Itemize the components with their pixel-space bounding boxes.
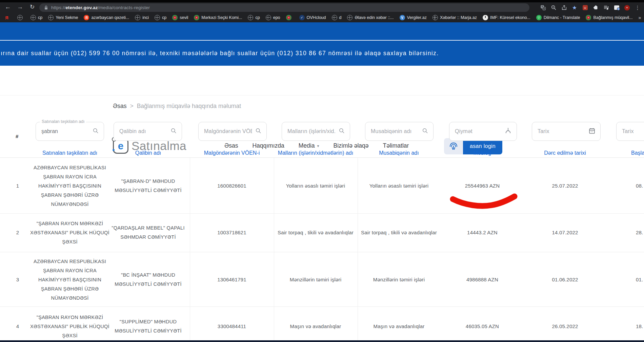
cell-goods: Yolların əsaslı təmiri işləri	[275, 182, 356, 190]
col-header-org: Satınalan təşkilatın adı	[42, 150, 97, 156]
col-header-voen: Malgöndərənin VÖEN-i	[204, 150, 260, 156]
filter-voen-input[interactable]: Malgöndərənin VÖE...	[198, 122, 267, 141]
menu-icon[interactable]: ⋮	[635, 5, 641, 11]
breadcrumb-home[interactable]: Əsas	[113, 103, 126, 110]
breadcrumb: Əsas > Bağlanmış müqavilə haqqında məlum…	[113, 103, 241, 110]
filter-winner-input[interactable]: Qalibin adı	[114, 122, 182, 141]
bookmark-item[interactable]: Yeni Sekme	[48, 15, 78, 20]
bookmark-item[interactable]: d	[332, 15, 342, 20]
cell-start: 28.	[636, 229, 643, 237]
search-icon	[92, 127, 99, 135]
bookmark-item[interactable]: Bağlanmış müqavil...	[586, 15, 632, 20]
address-bar[interactable]: https://etender.gov.az/media/contracts-r…	[39, 3, 529, 12]
cell-winner: "ŞABRAN-D" MƏHDUD MƏSULİYYƏTLİ CƏMİYYƏTİ	[106, 177, 190, 195]
cell-amount: 25544963 AZN	[465, 182, 500, 190]
tab-strip	[0, 0, 644, 2]
site-top-banner: ırına dair suallar üçün (012) 599 76 00 …	[0, 22, 644, 66]
extensions-puzzle-icon[interactable]	[592, 5, 599, 11]
cell-goods: Maşın və avadanlıqlar	[275, 322, 356, 330]
bookmark-item[interactable]: inci	[135, 15, 149, 20]
share-icon[interactable]	[561, 5, 567, 11]
cell-voen: 1003718621	[217, 229, 246, 237]
yandex-badge-icon: Я	[84, 15, 89, 20]
globe-icon	[347, 15, 353, 20]
contact-notice: ırına dair suallar üçün (012) 599 76 00 …	[1, 50, 439, 57]
cell-voen: 3300484411	[218, 322, 246, 330]
bookmark-item[interactable]: Mərkəzi Seçki Komi...	[194, 15, 242, 20]
ovh-icon: ✓	[299, 15, 305, 20]
lock-icon	[44, 5, 48, 10]
globe-icon	[266, 15, 271, 20]
filter-date-from-input[interactable]: Tarix	[532, 122, 601, 141]
nav-haqqimizda[interactable]: Haqqımızda	[252, 142, 284, 149]
cell-start: 01.	[636, 276, 643, 284]
bookmark-item[interactable]: Яazərbaycan qəzeti...	[84, 15, 129, 20]
globe-icon	[135, 15, 140, 20]
bookmarks-overflow-icon[interactable]: »	[639, 15, 641, 20]
extension-adguard-icon[interactable]: ∪	[582, 5, 588, 11]
nav-media[interactable]: Media▾	[299, 142, 319, 149]
translate-icon[interactable]	[540, 5, 546, 11]
cell-tender: Maşın və avadanlıqlar	[357, 322, 441, 330]
bookmark-item[interactable]: sevil	[172, 15, 188, 20]
cell-winner: "QARDAŞLAR MEBEL" QAPALI SƏHMDAR CƏMİYYƏ…	[106, 223, 190, 242]
table-header-divider	[0, 157, 644, 158]
zoom-icon[interactable]	[550, 5, 557, 11]
search-icon	[338, 127, 345, 135]
search-icon	[422, 127, 428, 135]
bookmark-item[interactable]: Əlavə edin xəbər ::...	[347, 15, 394, 20]
search-icon	[170, 127, 177, 135]
cell-winner: "BC İNŞAAT" MƏHDUD MƏSULİYYƏTLİ CƏMİYYƏT…	[106, 271, 190, 289]
nav-bizimle-elaqe[interactable]: Bizimlə əlaqə	[333, 142, 368, 149]
bookmark-item[interactable]: cp	[31, 15, 42, 20]
col-header-amount: Məbləğ	[474, 150, 491, 156]
filter-org-input[interactable]: Satınalan təşkilatın adı şabran	[36, 122, 104, 141]
cell-published: 14.07.2022	[552, 229, 578, 237]
cell-tender: Sair torpaq , tikili və avadanlıqlar	[357, 229, 441, 237]
bookmark-item[interactable]: cp	[155, 15, 166, 20]
filter-date-to-input[interactable]: Tarix	[616, 122, 644, 141]
cell-published: 01.06.2022	[552, 276, 578, 284]
opera-extension-icon[interactable]: ≈	[624, 5, 630, 11]
playlist-icon[interactable]	[603, 5, 609, 11]
bookmark-item[interactable]: VVergiler.az	[400, 15, 427, 20]
tab-preview-icon[interactable]	[613, 5, 620, 11]
globe-icon	[155, 15, 160, 20]
cell-tender: Yolların əsaslı təmiri işləri	[357, 182, 441, 190]
bookmark-item[interactable]	[17, 15, 25, 20]
bookmark-item[interactable]: cp	[248, 15, 260, 20]
bookmark-item[interactable]: epo	[266, 15, 280, 20]
chevron-down-icon: ▾	[317, 144, 319, 148]
bookmark-item[interactable]: Я	[4, 15, 12, 20]
reload-icon[interactable]: ↻	[30, 3, 35, 10]
main-nav: Əsas Haqqımızda Media▾ Bizimlə əlaqə Təl…	[224, 142, 409, 149]
dilmanc-icon: ▽	[536, 15, 542, 20]
nav-esas[interactable]: Əsas	[224, 142, 238, 149]
filter-price-input[interactable]: Qiymət	[449, 122, 517, 141]
vergiler-icon: V	[400, 15, 405, 20]
col-header-start: Başla	[631, 150, 644, 156]
nav-telimatlar[interactable]: Təlimatlar	[383, 142, 409, 149]
bookmark-item[interactable]: ▽Dilmanc - Translate	[536, 15, 580, 20]
globe-icon	[432, 15, 438, 20]
row-divider	[0, 252, 644, 252]
bookmark-item[interactable]	[286, 15, 294, 20]
filter-goods-input[interactable]: Malların (işlərin/xid...	[282, 122, 350, 141]
cell-voen: 1306461791	[217, 276, 246, 284]
browser-window: ← → ↻ https://etender.gov.az/media/contr…	[0, 0, 644, 342]
globe-icon	[31, 15, 36, 20]
bookmark-item[interactable]: Xəbərlər :: Marja.az	[432, 15, 477, 20]
row-index-header: #	[16, 133, 18, 139]
bookmark-star-icon[interactable]: ★	[571, 5, 578, 11]
cell-published: 26.05.2022	[552, 322, 578, 330]
filter-tender-input[interactable]: Musabiqənin adı	[365, 122, 434, 141]
row-divider	[0, 213, 644, 214]
site-header: e Satınalma Əsas Haqqımızda Media▾ Bizim…	[0, 66, 644, 95]
red-marker-annotation	[448, 192, 519, 209]
back-icon[interactable]: ←	[5, 3, 11, 10]
bookmark-item[interactable]: IMF: Küresel ekono...	[483, 15, 530, 20]
forward-icon[interactable]: →	[17, 3, 23, 10]
bookmark-item[interactable]: ✓OVHcloud	[299, 15, 326, 20]
cell-tender: Mənzillərin təmiri işləri	[357, 276, 441, 284]
cell-amount: 14443.2 AZN	[467, 229, 498, 237]
